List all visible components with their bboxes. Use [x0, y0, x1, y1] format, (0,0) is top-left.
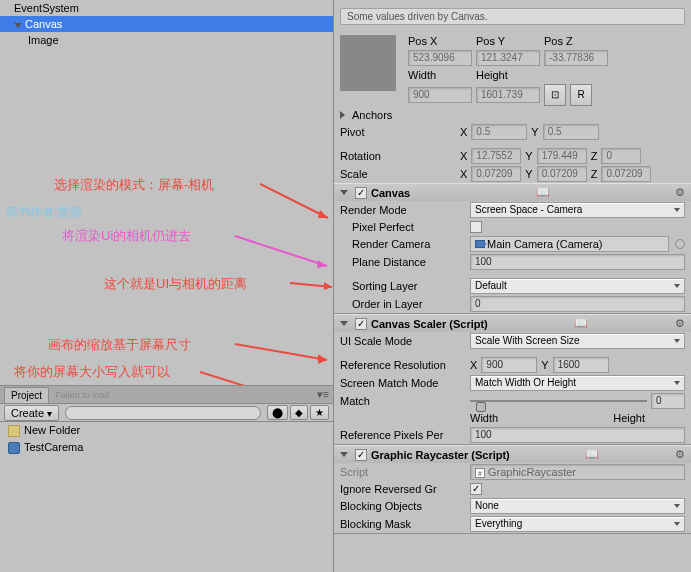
pos-z-field[interactable]: -33.77836 [544, 50, 608, 66]
match-value[interactable]: 0 [651, 393, 685, 409]
hierarchy-item[interactable]: EventSystem [0, 0, 333, 16]
project-toolbar: Create ▾ ⬤ ◆ ★ [0, 404, 333, 422]
label: Render Mode [340, 204, 466, 216]
expand-icon[interactable] [340, 321, 348, 326]
camera-icon [475, 240, 485, 248]
failed-label: Failed to load [55, 390, 109, 400]
filter-button[interactable]: ◆ [290, 405, 308, 420]
sorting-layer-dropdown[interactable]: Default [470, 278, 685, 294]
label: Pos Y [476, 35, 540, 47]
create-button[interactable]: Create ▾ [4, 405, 59, 421]
render-mode-dropdown[interactable]: Screen Space - Camera [470, 202, 685, 218]
label: Scale [340, 168, 456, 180]
hierarchy-item[interactable]: Image [0, 32, 333, 48]
canvas-scaler-component: Canvas Scaler (Script)📖⚙ UI Scale ModeSc… [334, 314, 691, 445]
expand-icon[interactable] [14, 23, 22, 28]
pos-y-field[interactable]: 121.3247 [476, 50, 540, 66]
help-icon[interactable]: 📖 [536, 186, 550, 199]
enable-checkbox[interactable] [355, 187, 367, 199]
anchors-label: Anchors [352, 109, 392, 121]
help-icon[interactable]: 📖 [574, 317, 588, 330]
label: Ignore Reversed Gr [340, 483, 466, 495]
enable-checkbox[interactable] [355, 449, 367, 461]
project-item[interactable]: New Folder [0, 422, 333, 439]
label: Blocking Mask [340, 518, 466, 530]
label: Script [340, 466, 466, 478]
sc-y[interactable]: 0.07209 [537, 166, 587, 182]
height-field[interactable]: 1601.739 [476, 87, 540, 103]
graphic-raycaster-component: Graphic Raycaster (Script)📖⚙ Script#Grap… [334, 445, 691, 534]
sc-x[interactable]: 0.07209 [471, 166, 521, 182]
ignore-reversed-checkbox[interactable] [470, 483, 482, 495]
ref-pixels-field[interactable]: 100 [470, 427, 685, 443]
blocking-objects-dropdown[interactable]: None [470, 498, 685, 514]
label: Height [613, 412, 645, 424]
pivot-y[interactable]: 0.5 [543, 124, 599, 140]
label: Pivot [340, 126, 456, 138]
rot-x[interactable]: 12.7552 [471, 148, 521, 164]
label: UI Scale Mode [340, 335, 466, 347]
rot-y[interactable]: 179.449 [537, 148, 587, 164]
label: Pos X [408, 35, 472, 47]
label: Height [476, 69, 540, 81]
pixel-perfect-checkbox[interactable] [470, 221, 482, 233]
warning-box: Some values driven by Canvas. [340, 8, 685, 25]
label: Plane Distance [340, 256, 466, 268]
label: Width [408, 69, 472, 81]
hierarchy-item-selected[interactable]: Canvas [0, 16, 333, 32]
label: Screen Match Mode [340, 377, 466, 389]
render-camera-field[interactable]: Main Camera (Camera) [470, 236, 669, 252]
author-label: 简书作者:雷潮 [6, 204, 81, 221]
project-panel: Project Failed to load ▾≡ Create ▾ ⬤ ◆ ★… [0, 385, 333, 572]
label: Sorting Layer [340, 280, 466, 292]
component-header[interactable]: Graphic Raycaster (Script)📖⚙ [334, 446, 691, 463]
script-field: #GraphicRaycaster [470, 464, 685, 480]
component-header[interactable]: Canvas Scaler (Script)📖⚙ [334, 315, 691, 332]
search-input[interactable] [65, 406, 261, 420]
label: Pixel Perfect [340, 221, 466, 233]
enable-checkbox[interactable] [355, 318, 367, 330]
component-header[interactable]: Canvas📖⚙ [334, 184, 691, 201]
expand-icon[interactable] [340, 452, 348, 457]
pivot-x[interactable]: 0.5 [471, 124, 527, 140]
blocking-mask-dropdown[interactable]: Everything [470, 516, 685, 532]
inspector-panel: Some values driven by Canvas. Pos X Pos … [333, 0, 691, 572]
gear-icon[interactable]: ⚙ [675, 186, 685, 199]
filter-button[interactable]: ⬤ [267, 405, 288, 420]
scene-icon [8, 442, 20, 454]
plane-distance-field[interactable]: 100 [470, 254, 685, 270]
pos-x-field[interactable]: 523.9096 [408, 50, 472, 66]
filter-button[interactable]: ★ [310, 405, 329, 420]
project-header: Project Failed to load ▾≡ [0, 386, 333, 404]
canvas-component: Canvas📖⚙ Render ModeScreen Space - Camer… [334, 183, 691, 314]
ui-scale-mode-dropdown[interactable]: Scale With Screen Size [470, 333, 685, 349]
project-item[interactable]: TestCarema [0, 439, 333, 456]
label: Pos Z [544, 35, 608, 47]
object-picker-icon[interactable] [675, 239, 685, 249]
gear-icon[interactable]: ⚙ [675, 448, 685, 461]
project-tab[interactable]: Project [4, 387, 49, 403]
sc-z[interactable]: 0.07209 [601, 166, 651, 182]
match-mode-dropdown[interactable]: Match Width Or Height [470, 375, 685, 391]
label: Render Camera [340, 238, 466, 250]
ref-res-y[interactable]: 1600 [553, 357, 609, 373]
anchor-preset-thumb[interactable] [340, 35, 396, 91]
raw-button[interactable]: R [570, 84, 592, 106]
blueprint-button[interactable]: ⊡ [544, 84, 566, 106]
label: Order in Layer [340, 298, 466, 310]
expand-icon[interactable] [340, 111, 345, 119]
gear-icon[interactable]: ⚙ [675, 317, 685, 330]
label: Width [470, 412, 609, 424]
label: Rotation [340, 150, 456, 162]
help-icon[interactable]: 📖 [585, 448, 599, 461]
order-field[interactable]: 0 [470, 296, 685, 312]
rot-z[interactable]: 0 [601, 148, 641, 164]
width-field[interactable]: 900 [408, 87, 472, 103]
label: Reference Pixels Per [340, 429, 466, 441]
match-slider[interactable] [470, 394, 647, 408]
menu-icon[interactable]: ▾≡ [317, 388, 329, 401]
label: Blocking Objects [340, 500, 466, 512]
label: Reference Resolution [340, 359, 466, 371]
expand-icon[interactable] [340, 190, 348, 195]
ref-res-x[interactable]: 900 [481, 357, 537, 373]
